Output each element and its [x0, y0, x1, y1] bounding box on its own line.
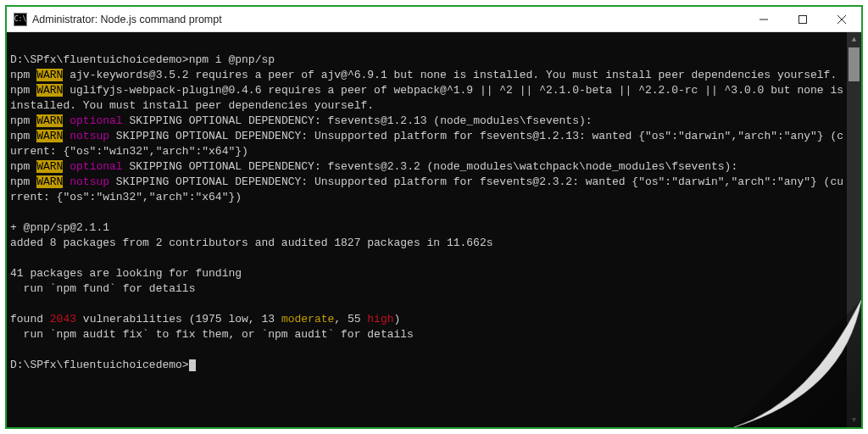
- window-frame: C:\ Administrator: Node.js command promp…: [5, 5, 863, 429]
- scroll-up-icon[interactable]: ▲: [847, 32, 861, 47]
- line-uglify: uglifyjs-webpack-plugin@0.4.6 requires a…: [10, 84, 847, 112]
- optional-token: optional: [70, 160, 122, 173]
- vuln-moderate: moderate: [281, 313, 334, 326]
- npm-token: npm: [10, 160, 30, 173]
- maximize-button[interactable]: [783, 7, 822, 32]
- command-text: npm i @pnp/sp: [189, 53, 275, 66]
- vuln-count: 2043: [50, 313, 76, 326]
- vuln-post: ): [394, 313, 401, 326]
- npm-token: npm: [10, 69, 30, 81]
- terminal-area: D:\SPfx\fluentuichoicedemo>npm i @pnp/sp…: [7, 32, 861, 427]
- npm-token: npm: [10, 175, 30, 188]
- line-notsup2: SKIPPING OPTIONAL DEPENDENCY: Unsupporte…: [10, 175, 843, 203]
- warn-badge: WARN: [36, 114, 63, 127]
- vuln-mid2: , 55: [334, 313, 367, 326]
- line-notsup1: SKIPPING OPTIONAL DEPENDENCY: Unsupporte…: [10, 130, 843, 158]
- line-ajv: ajv-keywords@3.5.2 requires a peer of aj…: [63, 69, 837, 81]
- warn-badge: WARN: [36, 84, 63, 97]
- minimize-button[interactable]: [744, 7, 783, 32]
- warn-badge: WARN: [36, 69, 63, 81]
- close-button[interactable]: [822, 7, 861, 32]
- cursor-icon: [189, 359, 196, 371]
- vuln-pre: found: [10, 313, 50, 326]
- notsup-token: notsup: [70, 175, 109, 188]
- line-installed: + @pnp/sp@2.1.1: [10, 221, 109, 234]
- app-icon: C:\: [14, 13, 27, 26]
- scroll-down-icon[interactable]: ▼: [847, 413, 861, 427]
- window-title: Administrator: Node.js command prompt: [32, 14, 222, 25]
- warn-badge: WARN: [36, 175, 63, 188]
- optional-token: optional: [70, 114, 122, 127]
- line-added: added 8 packages from 2 contributors and…: [10, 236, 493, 249]
- line-opt1: SKIPPING OPTIONAL DEPENDENCY: fsevents@1…: [123, 114, 593, 127]
- npm-token: npm: [10, 130, 30, 142]
- vuln-high: high: [367, 313, 393, 326]
- line-opt2: SKIPPING OPTIONAL DEPENDENCY: fsevents@2…: [123, 160, 738, 173]
- warn-badge: WARN: [36, 130, 63, 142]
- vuln-mid1: vulnerabilities (1975 low, 13: [76, 313, 281, 326]
- prompt-path: D:\SPfx\fluentuichoicedemo>: [10, 359, 189, 371]
- npm-token: npm: [10, 114, 30, 127]
- npm-token: npm: [10, 84, 30, 97]
- titlebar[interactable]: C:\ Administrator: Node.js command promp…: [7, 7, 861, 32]
- prompt-path: D:\SPfx\fluentuichoicedemo>: [10, 53, 189, 66]
- scroll-thumb[interactable]: [849, 47, 860, 81]
- line-funding2: run `npm fund` for details: [10, 282, 195, 295]
- warn-badge: WARN: [36, 160, 63, 173]
- terminal-output[interactable]: D:\SPfx\fluentuichoicedemo>npm i @pnp/sp…: [7, 32, 847, 427]
- notsup-token: notsup: [70, 130, 109, 142]
- scrollbar[interactable]: ▲ ▼: [847, 32, 861, 427]
- line-vuln2: run `npm audit fix` to fix them, or `npm…: [10, 328, 414, 341]
- svg-rect-1: [799, 15, 807, 23]
- line-funding1: 41 packages are looking for funding: [10, 267, 242, 280]
